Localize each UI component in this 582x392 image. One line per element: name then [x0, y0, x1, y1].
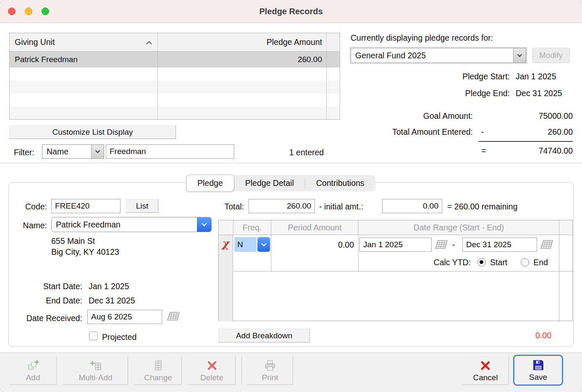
window-title: Pledge Records — [0, 0, 582, 23]
code-input[interactable] — [51, 199, 121, 213]
multi-add-button[interactable]: Multi-Add — [63, 356, 128, 385]
cancel-icon — [480, 359, 491, 372]
calc-ytd-label: Calc YTD: — [434, 258, 471, 267]
modify-button[interactable]: Modify — [532, 48, 570, 63]
code-label: Code: — [13, 202, 47, 212]
multi-add-icon — [89, 359, 102, 372]
filter-field-value: Name — [42, 145, 91, 158]
goal-amount-label: Goal Amount: — [351, 111, 473, 121]
period-amount-column-header: Period Amount — [271, 220, 358, 235]
name-label: Name: — [13, 221, 47, 230]
tab-contributions[interactable]: Contributions — [305, 175, 375, 191]
empty-row[interactable] — [10, 94, 340, 107]
tab-pledge[interactable]: Pledge — [186, 175, 234, 192]
table-header-corner — [326, 33, 340, 51]
range-end-input[interactable] — [462, 238, 537, 252]
empty-row[interactable] — [10, 81, 340, 94]
end-date-value: Dec 31 2025 — [89, 296, 135, 306]
giving-table-header: Giving Unit Pledge Amount — [10, 33, 340, 52]
pledge-end-label: Pledge End: — [351, 89, 510, 98]
frequency-combobox[interactable]: N — [234, 237, 270, 252]
print-icon — [264, 359, 276, 372]
range-dash: - — [452, 240, 455, 250]
period-amount-value[interactable]: 0.00 — [271, 236, 354, 253]
change-button-label: Change — [144, 373, 172, 382]
date-received-label: Date Received: — [8, 314, 82, 323]
calc-ytd-end-radio[interactable] — [521, 258, 529, 267]
calendar-icon[interactable] — [540, 240, 553, 251]
chevron-down-icon[interactable] — [197, 217, 211, 232]
calc-ytd-row: Calc YTD: Start End — [358, 253, 559, 271]
pledge-end-value: Dec 31 2025 — [516, 89, 562, 98]
projected-label: Projected — [102, 332, 136, 342]
freq-column-header: Freq. — [233, 220, 271, 235]
bottom-toolbar: Add Multi-Add Change Delete Print Cancel… — [0, 353, 582, 392]
pledge-start-value: Jan 1 2025 — [516, 72, 556, 81]
projected-checkbox[interactable] — [89, 332, 98, 340]
grid-line — [559, 235, 559, 321]
equals-sign: = — [481, 146, 486, 156]
calc-ytd-start-radio[interactable] — [477, 258, 486, 267]
initial-amount-input[interactable] — [382, 199, 442, 213]
delete-button-label: Delete — [200, 373, 223, 382]
total-entered-value: 260.00 — [484, 127, 573, 137]
calc-ytd-start-label: Start — [490, 258, 507, 267]
delete-button[interactable]: Delete — [188, 356, 236, 385]
calendar-icon[interactable] — [435, 240, 448, 251]
empty-row[interactable] — [10, 68, 340, 81]
empty-row[interactable] — [10, 107, 340, 119]
giving-unit-row[interactable]: Patrick Freedman 260.00 — [10, 52, 340, 68]
calc-ytd-end-label: End — [533, 258, 548, 267]
remaining-text: = 260.00 remaining — [447, 202, 518, 212]
goal-amount-row: Goal Amount: 75000.00 — [351, 111, 573, 121]
grid-line — [233, 271, 573, 272]
start-date-value: Jan 1 2025 — [89, 282, 129, 291]
initial-amount-label: - initial amt.: — [319, 202, 363, 212]
filter-field-dropdown[interactable]: Name — [42, 144, 104, 159]
tab-bar: Pledge Pledge Detail Contributions — [186, 175, 375, 191]
save-button[interactable]: Save — [513, 355, 563, 386]
entered-count: 1 entered — [271, 148, 342, 157]
add-icon — [27, 359, 39, 372]
save-icon — [532, 359, 545, 371]
add-breakdown-button[interactable]: Add Breakdown — [218, 329, 310, 342]
address-line2: Big City, KY 40123 — [51, 247, 119, 257]
remaining-row: = 74740.00 — [351, 146, 573, 156]
calendar-icon[interactable] — [167, 311, 180, 323]
breakdown-total: 0.00 — [502, 331, 551, 340]
total-input[interactable] — [249, 199, 315, 213]
range-start-input[interactable] — [359, 238, 432, 252]
list-button[interactable]: List — [126, 199, 158, 213]
filter-value-input[interactable] — [106, 144, 234, 159]
chevron-down-icon — [91, 145, 104, 158]
change-icon — [152, 359, 165, 372]
cancel-button[interactable]: Cancel — [462, 356, 509, 385]
date-range-column-header: Date Range (Start - End) — [358, 220, 559, 235]
change-button[interactable]: Change — [134, 356, 182, 385]
date-received-input[interactable] — [87, 310, 162, 324]
delete-row-icon[interactable]: χ — [222, 237, 229, 250]
print-button[interactable]: Print — [247, 356, 293, 385]
goal-amount-value: 75000.00 — [473, 111, 573, 121]
subtraction-line — [479, 141, 573, 142]
name-combobox[interactable]: Patrick Freedman — [51, 217, 212, 232]
pledge-end-row: Pledge End: Dec 31 2025 — [351, 89, 569, 98]
breakdown-table-header: Freq. Period Amount Date Range (Start - … — [219, 220, 572, 235]
giving-unit-column-header[interactable]: Giving Unit — [10, 33, 157, 51]
tab-pledge-detail[interactable]: Pledge Detail — [234, 175, 305, 191]
add-button[interactable]: Add — [9, 356, 57, 385]
start-date-label: Start Date: — [13, 282, 82, 291]
pledge-amount-column-header[interactable]: Pledge Amount — [157, 33, 326, 51]
pledge-start-label: Pledge Start: — [351, 72, 510, 81]
chevron-down-icon[interactable] — [257, 237, 270, 252]
multi-add-button-label: Multi-Add — [79, 373, 112, 382]
customize-list-display-button[interactable]: Customize List Display — [9, 125, 176, 139]
giving-unit-amount: 260.00 — [298, 55, 322, 64]
frequency-value: N — [234, 237, 257, 252]
delete-icon — [206, 359, 218, 372]
pledge-amount-header-label: Pledge Amount — [267, 37, 322, 47]
pledge-start-row: Pledge Start: Jan 1 2025 — [351, 72, 569, 81]
cancel-button-label: Cancel — [473, 373, 498, 382]
fund-dropdown[interactable]: General Fund 2025 — [351, 48, 526, 63]
pledge-records-window: Pledge Records Giving Unit Pledge Amount… — [0, 0, 582, 392]
